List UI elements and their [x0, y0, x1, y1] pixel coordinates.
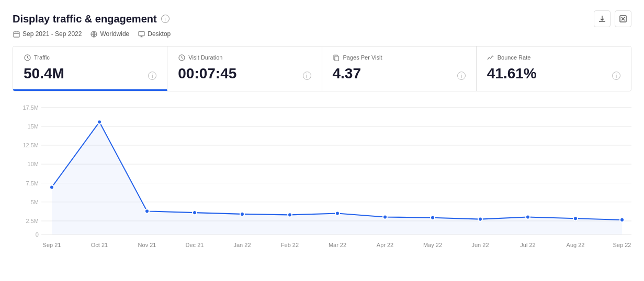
svg-point-48 — [573, 216, 578, 220]
visit-duration-label: Visit Duration — [188, 54, 222, 61]
svg-point-46 — [478, 217, 482, 221]
svg-point-41 — [240, 212, 244, 216]
pages-per-visit-value: 4.37 — [333, 65, 361, 82]
svg-text:Jul 22: Jul 22 — [520, 241, 535, 248]
metric-card-traffic[interactable]: Traffic 50.4M i — [13, 46, 167, 91]
svg-point-38 — [97, 120, 101, 124]
traffic-info-icon[interactable]: i — [148, 72, 156, 80]
svg-text:17.5M: 17.5M — [22, 104, 39, 111]
calendar-icon — [13, 30, 20, 38]
svg-text:Apr 22: Apr 22 — [377, 241, 393, 248]
date-range-label: Sep 2021 - Sep 2022 — [22, 30, 82, 38]
metrics-row: Traffic 50.4M i Visit Duration 00:07:45 — [13, 46, 631, 91]
page-title: Display traffic & engagement — [13, 13, 157, 25]
svg-point-42 — [288, 213, 292, 217]
svg-rect-7 — [335, 56, 338, 61]
svg-text:Mar 22: Mar 22 — [329, 241, 346, 248]
svg-text:Feb 22: Feb 22 — [281, 241, 299, 248]
svg-text:Jan 22: Jan 22 — [233, 241, 251, 248]
svg-text:15M: 15M — [28, 123, 39, 130]
visit-duration-info-icon[interactable]: i — [303, 72, 311, 80]
traffic-icon — [24, 54, 31, 61]
svg-text:May 22: May 22 — [423, 241, 442, 248]
svg-point-40 — [193, 210, 197, 215]
traffic-value: 50.4M — [24, 65, 64, 82]
visit-duration-value: 00:07:45 — [178, 65, 236, 82]
bounce-rate-icon — [487, 54, 494, 61]
bounce-rate-info-icon[interactable]: i — [612, 72, 620, 80]
svg-text:Sep 21: Sep 21 — [43, 241, 61, 248]
svg-point-43 — [335, 211, 340, 215]
svg-text:Jun 22: Jun 22 — [471, 241, 489, 248]
svg-rect-3 — [139, 31, 144, 36]
geo-label: Worldwide — [100, 30, 129, 38]
svg-point-45 — [431, 216, 435, 220]
svg-text:2.5M: 2.5M — [26, 218, 39, 224]
pages-per-visit-icon — [333, 54, 340, 61]
bounce-rate-value: 41.61% — [487, 65, 537, 82]
svg-text:Aug 22: Aug 22 — [567, 241, 585, 248]
svg-rect-1 — [14, 32, 19, 37]
visit-duration-icon — [178, 54, 185, 61]
svg-point-37 — [50, 185, 54, 189]
metric-card-bounce-rate[interactable]: Bounce Rate 41.61% i — [477, 46, 631, 91]
metric-card-visit-duration[interactable]: Visit Duration 00:07:45 i — [167, 46, 322, 91]
svg-point-39 — [145, 209, 149, 213]
traffic-chart: 17.5M 15M 12.5M 10M 7.5M 5M 2.5M 0 Sep 2… — [0, 91, 644, 253]
svg-text:10M: 10M — [28, 161, 39, 167]
geo-filter[interactable]: Worldwide — [90, 30, 129, 38]
title-info-icon[interactable]: i — [161, 15, 170, 23]
traffic-label: Traffic — [34, 54, 50, 61]
device-label: Desktop — [148, 30, 171, 38]
svg-point-44 — [383, 215, 387, 219]
svg-text:Dec 21: Dec 21 — [186, 241, 204, 248]
svg-point-47 — [526, 215, 530, 219]
svg-text:Oct 21: Oct 21 — [91, 241, 108, 248]
desktop-icon — [138, 30, 145, 38]
svg-point-49 — [620, 218, 624, 222]
svg-text:Nov 21: Nov 21 — [138, 241, 156, 248]
download-button[interactable] — [594, 10, 611, 27]
svg-text:Sep 22: Sep 22 — [613, 241, 631, 248]
bounce-rate-label: Bounce Rate — [498, 54, 531, 61]
date-range-filter: Sep 2021 - Sep 2022 — [13, 30, 82, 38]
excel-export-button[interactable] — [615, 10, 631, 27]
pages-per-visit-label: Pages Per Visit — [343, 54, 382, 61]
svg-text:5M: 5M — [31, 199, 39, 205]
globe-icon — [90, 30, 97, 38]
pages-per-visit-info-icon[interactable]: i — [457, 72, 466, 80]
svg-text:0: 0 — [36, 231, 39, 238]
svg-text:7.5M: 7.5M — [26, 180, 39, 186]
svg-text:12.5M: 12.5M — [22, 142, 39, 148]
device-filter[interactable]: Desktop — [138, 30, 171, 38]
metric-card-pages-per-visit[interactable]: Pages Per Visit 4.37 i — [322, 46, 477, 91]
